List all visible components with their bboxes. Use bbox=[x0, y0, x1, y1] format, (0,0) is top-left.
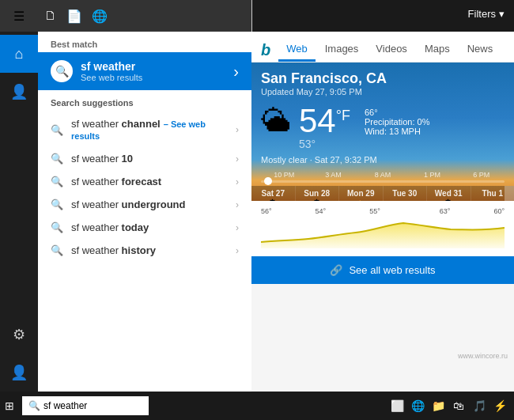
sidebar-item-home[interactable]: ⌂ bbox=[0, 35, 38, 73]
suggestion-arrow-4: › bbox=[236, 222, 239, 233]
best-match-subtitle: See web results bbox=[81, 73, 233, 82]
external-link-icon: 🔗 bbox=[330, 264, 342, 276]
weather-temp-block: 54°F 53° bbox=[299, 104, 350, 150]
see-all-label: See all web results bbox=[349, 264, 435, 276]
taskbar-icon-music[interactable]: 🎵 bbox=[471, 398, 487, 414]
suggestion-text-4: sf weather today bbox=[71, 221, 236, 233]
document2-icon[interactable]: 📄 bbox=[66, 9, 82, 24]
settings-icon: ⚙ bbox=[13, 326, 25, 343]
taskbar-icon-store[interactable]: 🛍 bbox=[451, 398, 467, 414]
forecast-day-1[interactable]: Sun 28 🌤 64° 53° 💧0% bbox=[296, 186, 340, 201]
taskbar-icon-edge[interactable]: 🌐 bbox=[410, 398, 425, 414]
sidebar: ☰ ⌂ 👤 ⚙ 👤 bbox=[0, 0, 38, 392]
graph-label-1: 54° bbox=[316, 207, 327, 215]
tl-label-4: 6 PM bbox=[459, 171, 505, 179]
globe-icon[interactable]: 🌐 bbox=[92, 9, 108, 24]
graph-label-4: 60° bbox=[493, 207, 505, 215]
suggestion-text-1: sf weather 10 bbox=[71, 153, 236, 165]
user-icon: 👤 bbox=[10, 364, 28, 381]
taskbar: ⊞ 🔍 ⬜ 🌐 📁 🛍 🎵 ⚡ bbox=[0, 392, 514, 420]
tab-web[interactable]: Web bbox=[278, 38, 316, 62]
sidebar-item-settings[interactable]: ⚙ bbox=[0, 316, 38, 354]
taskbar-icon-explorer[interactable]: 📁 bbox=[430, 398, 446, 414]
taskbar-search[interactable]: 🔍 bbox=[22, 396, 149, 415]
tl-label-1: 3 AM bbox=[310, 171, 356, 179]
graph-label-0: 56° bbox=[261, 207, 272, 215]
search-icon-4: 🔍 bbox=[51, 221, 63, 233]
bing-header: b Web Images Videos Maps News bbox=[251, 32, 514, 62]
sidebar-top-bar[interactable]: ☰ bbox=[0, 0, 38, 32]
suggestion-arrow-0: › bbox=[236, 124, 239, 135]
fc-date-2: Mon 29 bbox=[341, 189, 381, 198]
bing-logo: b bbox=[261, 41, 270, 59]
taskbar-icon-extra[interactable]: ⚡ bbox=[492, 398, 508, 414]
suggestion-item-4[interactable]: 🔍 sf weather today › bbox=[38, 216, 251, 239]
best-match-search-icon: 🔍 bbox=[51, 60, 73, 82]
suggestion-arrow-2: › bbox=[236, 176, 239, 187]
best-match-item[interactable]: 🔍 sf weather See web results › bbox=[38, 52, 251, 90]
forecast-day-3[interactable]: Tue 30 ☁ 62° 54° 💧40% bbox=[384, 186, 428, 201]
fc-date-4: Wed 31 bbox=[429, 189, 469, 198]
chevron-down-icon: ▾ bbox=[499, 8, 505, 20]
weather-wind: Wind: 13 MPH bbox=[365, 127, 430, 136]
best-match-arrow: › bbox=[233, 62, 239, 81]
weather-city: San Francisco, CA bbox=[251, 62, 514, 87]
graph-label-2: 55° bbox=[369, 207, 380, 215]
suggestion-item-2[interactable]: 🔍 sf weather forecast › bbox=[38, 170, 251, 193]
search-icon-taskbar: 🔍 bbox=[28, 400, 40, 411]
suggestion-item-1[interactable]: 🔍 sf weather 10 › bbox=[38, 147, 251, 170]
forecast-day-4[interactable]: Wed 31 🌤 65° 54° 💧10% bbox=[427, 186, 471, 201]
tab-videos[interactable]: Videos bbox=[368, 38, 415, 62]
best-match-text: sf weather See web results bbox=[81, 60, 233, 82]
weather-hero: San Francisco, CA Updated May 27, 9:05 P… bbox=[251, 62, 514, 201]
suggestion-arrow-1: › bbox=[236, 153, 239, 165]
weather-precip: Precipitation: 0% bbox=[365, 117, 430, 127]
document-icon[interactable]: 🗋 bbox=[44, 9, 57, 23]
suggestion-text-5: sf weather history bbox=[71, 244, 236, 256]
weather-temp-c: 53° bbox=[299, 138, 350, 150]
temp-graph: 56° 54° 55° 63° 60° bbox=[251, 201, 514, 256]
main-panel: Best match 🔍 sf weather See web results … bbox=[38, 32, 251, 392]
taskbar-icon-task[interactable]: ⬜ bbox=[389, 398, 405, 414]
tab-images[interactable]: Images bbox=[317, 38, 367, 62]
suggestions-label: Search suggestions bbox=[38, 90, 251, 112]
weather-unit-f: °F bbox=[336, 108, 350, 123]
filters-button[interactable]: Filters ▾ bbox=[468, 8, 505, 20]
suggestion-item-5[interactable]: 🔍 sf weather history › bbox=[38, 239, 251, 262]
best-match-title: sf weather bbox=[81, 60, 233, 73]
search-input[interactable] bbox=[43, 400, 142, 411]
tab-news[interactable]: News bbox=[459, 38, 501, 62]
sidebar-item-user[interactable]: 👤 bbox=[0, 354, 38, 392]
sidebar-item-person[interactable]: 👤 bbox=[0, 73, 38, 111]
suggestion-text-0: sf weather channel– See web results bbox=[71, 118, 236, 142]
forecast-day-5[interactable]: › Thu 1 ☀ 66° 54° 💧20% bbox=[471, 186, 515, 201]
start-button[interactable]: ⊞ bbox=[0, 396, 19, 415]
suggestion-arrow-3: › bbox=[236, 199, 239, 210]
weather-temp: 54°F bbox=[299, 104, 350, 138]
temp-graph-svg bbox=[261, 217, 505, 248]
see-all-button[interactable]: 🔗 See all web results bbox=[251, 256, 514, 284]
search-icon-3: 🔍 bbox=[51, 199, 63, 210]
hamburger-icon: ☰ bbox=[13, 9, 25, 24]
tl-label-3: 1 PM bbox=[409, 171, 455, 179]
fc-date-3: Tue 30 bbox=[385, 189, 425, 198]
suggestion-text-3: sf weather underground bbox=[71, 199, 236, 210]
forecast-strip: Sat 27 🌤 66° 53° 💧0% Sun 28 🌤 64° 53° 💧0… bbox=[251, 186, 514, 201]
weather-cloud-icon: 🌥 bbox=[261, 104, 291, 138]
best-match-label: Best match bbox=[38, 32, 251, 52]
home-icon: ⌂ bbox=[15, 46, 24, 62]
filters-label: Filters bbox=[468, 8, 496, 20]
tl-label-2: 8 AM bbox=[360, 171, 406, 179]
search-icon-1: 🔍 bbox=[51, 153, 63, 165]
person-icon: 👤 bbox=[10, 83, 28, 100]
suggestion-item-0[interactable]: 🔍 sf weather channel– See web results › bbox=[38, 112, 251, 147]
fc-date-0: Sat 27 bbox=[253, 189, 293, 198]
tab-maps[interactable]: Maps bbox=[417, 38, 458, 62]
graph-label-3: 63° bbox=[440, 207, 451, 215]
forecast-day-2[interactable]: Mon 29 ⛅ 63° 53° 💧20% bbox=[339, 186, 384, 201]
forecast-day-0[interactable]: Sat 27 🌤 66° 53° 💧0% bbox=[251, 186, 296, 201]
weather-details: 66° Precipitation: 0% Wind: 13 MPH bbox=[365, 108, 430, 136]
suggestion-text-2: sf weather forecast bbox=[71, 176, 236, 187]
weather-timeline: 10 PM 3 AM 8 AM 1 PM 6 PM bbox=[251, 169, 514, 180]
suggestion-item-3[interactable]: 🔍 sf weather underground › bbox=[38, 193, 251, 216]
